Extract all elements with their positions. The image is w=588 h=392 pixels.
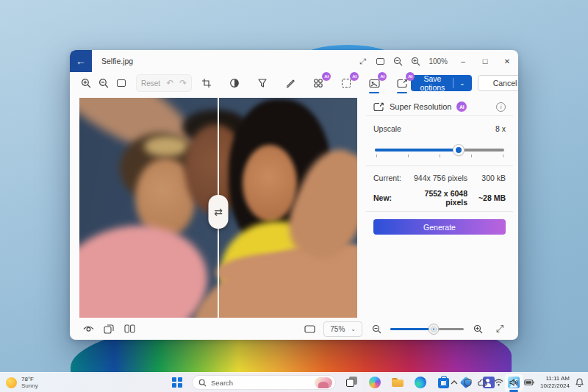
ai-erase-button[interactable]: AI — [365, 74, 383, 92]
filter-icon — [257, 78, 268, 88]
panel-header: Super Resolution AI i — [366, 98, 513, 115]
crop-tool-button[interactable] — [198, 74, 215, 92]
copilot-button[interactable] — [368, 376, 381, 389]
weather-condition: Sunny — [21, 382, 38, 389]
search-placeholder: Search — [211, 379, 310, 387]
fullscreen-button[interactable]: ⤢ — [354, 50, 371, 72]
battery-tray-button[interactable] — [524, 379, 534, 385]
compare-split-handle[interactable]: ⇄ — [209, 195, 229, 229]
expand-icon: ⤢ — [359, 57, 366, 66]
generate-button[interactable]: Generate — [373, 219, 506, 235]
zoom-in-icon — [81, 78, 91, 88]
cancel-button[interactable]: Cancel — [478, 75, 518, 91]
search-box[interactable]: Search — [192, 375, 336, 390]
redo-icon[interactable]: ↷ — [179, 78, 187, 88]
folder-icon — [392, 378, 404, 387]
system-tray: 11:11 AM 10/22/2024 — [451, 373, 584, 392]
back-button[interactable]: ← — [70, 50, 92, 72]
speaker-icon — [509, 379, 518, 386]
copilot-icon — [369, 377, 381, 388]
slider-fill — [375, 149, 459, 152]
ai-super-resolution-button[interactable]: AI — [393, 74, 411, 92]
bell-icon — [576, 378, 584, 387]
security-tray-button[interactable] — [464, 378, 472, 387]
zoom-in-button[interactable] — [406, 50, 424, 72]
ai-auto-enhance-button[interactable]: AI — [309, 74, 327, 92]
chevron-down-icon[interactable]: ⌄ — [453, 79, 472, 87]
reset-button[interactable]: Reset — [141, 79, 160, 88]
zoom-percent-value: 75% — [330, 325, 345, 333]
slider-thumb[interactable] — [453, 145, 464, 155]
titlebar: ← Selfie.jpg ⤢ 100% – □ ✕ — [70, 50, 518, 72]
ai-badge: AI — [456, 101, 467, 112]
wifi-icon — [494, 379, 503, 386]
maximize-button[interactable]: □ — [474, 50, 496, 72]
ai-badge: AI — [350, 72, 359, 81]
adjust-tool-button[interactable] — [226, 74, 243, 92]
super-resolution-icon — [373, 102, 384, 112]
wifi-tray-button[interactable] — [494, 379, 503, 386]
undo-icon[interactable]: ↶ — [166, 78, 173, 88]
eye-icon — [83, 325, 94, 333]
zoom-out-button[interactable] — [389, 50, 406, 72]
desktop: ← Selfie.jpg ⤢ 100% – □ ✕ — [0, 0, 588, 392]
info-icon[interactable]: i — [496, 102, 506, 112]
swap-arrows-icon: ⇄ — [214, 206, 223, 218]
ai-enhance-icon — [313, 78, 323, 88]
zoom-percent-dropdown[interactable]: 75% ⌄ — [323, 321, 362, 337]
tray-time: 11:11 AM — [540, 375, 570, 382]
super-resolution-icon — [397, 79, 408, 88]
side-by-side-button[interactable] — [121, 321, 137, 337]
minimize-icon: – — [461, 57, 465, 65]
close-button[interactable]: ✕ — [496, 50, 518, 72]
actual-size-button[interactable] — [371, 50, 389, 72]
minimize-button[interactable]: – — [452, 50, 474, 72]
zoom-out-icon — [98, 78, 109, 88]
slider-thumb[interactable] — [429, 324, 439, 334]
zoom-in-icon — [473, 324, 483, 334]
canvas-zoom-in-button[interactable] — [77, 74, 95, 92]
view-zoom-out-button[interactable] — [368, 321, 384, 337]
fit-screen-button[interactable] — [301, 321, 318, 337]
clock[interactable]: 11:11 AM 10/22/2024 — [540, 375, 570, 389]
zoom-level-value: 100% — [424, 57, 452, 65]
markup-tool-button[interactable] — [282, 74, 299, 92]
pen-icon — [285, 78, 295, 88]
crop-icon — [201, 78, 212, 88]
onedrive-tray-button[interactable] — [478, 379, 488, 386]
canvas-zoom-out-button[interactable] — [95, 74, 112, 92]
current-label: Current: — [373, 174, 409, 182]
back-arrow-icon: ← — [76, 55, 86, 67]
save-options-button[interactable]: Save options ⌄ — [411, 75, 471, 91]
statusbar: 75% ⌄ ⤢ — [70, 318, 518, 340]
view-zoom-slider[interactable] — [390, 324, 464, 334]
fit-to-window-icon — [117, 79, 126, 87]
maximize-icon: □ — [483, 57, 488, 65]
file-explorer-button[interactable] — [391, 376, 404, 389]
photo-canvas[interactable]: ⇄ — [79, 98, 357, 318]
battery-icon — [524, 379, 534, 385]
canvas-fullscreen-button[interactable]: ⤢ — [492, 321, 508, 337]
task-view-button[interactable] — [345, 376, 359, 389]
volume-tray-button[interactable] — [509, 379, 518, 386]
photos-app-window: ← Selfie.jpg ⤢ 100% – □ ✕ — [70, 50, 518, 340]
start-button[interactable] — [172, 377, 182, 388]
selected-tool-indicator — [397, 92, 407, 94]
ai-background-button[interactable]: AI — [337, 74, 355, 92]
weather-widget[interactable]: 78°F Sunny — [6, 376, 38, 389]
hidden-icons-button[interactable] — [451, 380, 458, 385]
edge-button[interactable] — [414, 376, 427, 389]
notifications-button[interactable] — [576, 378, 584, 387]
compare-overlay-button[interactable] — [101, 321, 117, 337]
ai-erase-icon — [369, 79, 380, 88]
view-zoom-in-button[interactable] — [470, 321, 486, 337]
slider-fill — [390, 328, 434, 330]
upscale-label: Upscale — [373, 124, 401, 133]
microsoft-store-button[interactable] — [437, 376, 450, 389]
fit-to-window-button[interactable] — [112, 74, 130, 92]
ai-badge: AI — [378, 72, 387, 81]
upscale-slider[interactable] — [375, 143, 504, 160]
size-info: Current: 944x 756 pixels 300 kB New: 755… — [366, 166, 513, 211]
preview-toggle-button[interactable] — [80, 321, 96, 337]
filter-tool-button[interactable] — [254, 74, 271, 92]
